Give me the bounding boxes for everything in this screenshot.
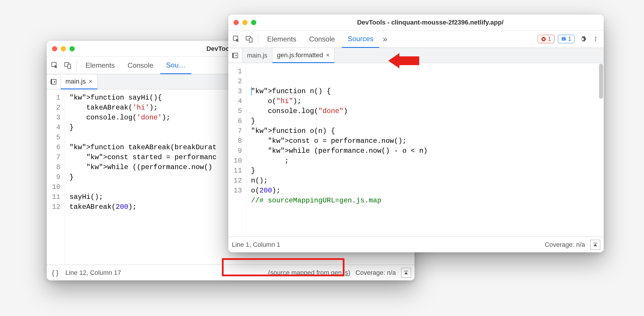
svg-point-11 [595, 40, 596, 41]
coverage-info: Coverage: n/a [545, 241, 585, 249]
file-tab-main-js[interactable]: main.js [242, 48, 272, 63]
tab-console[interactable]: Console [303, 30, 341, 48]
tab-elements[interactable]: Elements [261, 30, 302, 48]
statusbar: Line 1, Column 1 Coverage: n/a [228, 237, 604, 252]
file-tab-label: gen.js:formatted [277, 51, 323, 59]
close-icon[interactable] [234, 20, 239, 25]
coverage-info: Coverage: n/a [356, 269, 396, 277]
svg-rect-12 [233, 53, 238, 58]
cursor-position: Line 1, Column 1 [232, 241, 280, 249]
gutter: 1 2 3 4 5 6 7 8 9 10 11 12 [47, 89, 65, 265]
collapse-pane-icon[interactable] [590, 240, 600, 250]
device-toggle-icon[interactable] [243, 33, 255, 45]
cursor-position: Line 12, Column 17 [65, 269, 121, 277]
file-tab-label: main.js [65, 78, 86, 85]
code-content[interactable]: "kw">function n() { o("hi"); console.log… [246, 63, 604, 237]
traffic-lights [52, 46, 75, 51]
gutter: 1 2 3 4 5 6 7 8 9 10 11 12 13 [228, 63, 246, 237]
toolbar: Elements Console Sources » 1 1 [228, 30, 604, 48]
pretty-print-button[interactable]: { } [50, 268, 60, 278]
device-toggle-icon[interactable] [62, 60, 74, 71]
navigator-toggle-icon[interactable] [47, 75, 61, 89]
svg-rect-2 [68, 64, 71, 68]
inspect-icon[interactable] [231, 33, 242, 45]
titlebar: DevTools - clinquant-mousse-2f2396.netli… [228, 15, 604, 30]
error-badge[interactable]: 1 [538, 35, 554, 43]
issues-badge[interactable]: 1 [558, 35, 575, 43]
scrollbar[interactable] [599, 64, 603, 99]
svg-rect-13 [399, 56, 419, 65]
tab-sources[interactable]: Sou… [160, 57, 192, 74]
traffic-lights [234, 20, 256, 25]
close-tab-icon[interactable]: × [326, 51, 330, 59]
svg-point-9 [595, 37, 596, 38]
minimize-icon[interactable] [242, 20, 248, 25]
navigator-toggle-icon[interactable] [228, 48, 242, 62]
close-tab-icon[interactable]: × [89, 78, 93, 85]
issues-count: 1 [568, 36, 571, 42]
tab-elements[interactable]: Elements [80, 57, 121, 74]
tab-console[interactable]: Console [122, 57, 159, 74]
file-tab-gen-js-formatted[interactable]: gen.js:formatted × [272, 48, 335, 63]
minimize-icon[interactable] [61, 46, 66, 51]
inspect-icon[interactable] [49, 60, 61, 71]
kebab-menu-icon[interactable] [590, 33, 601, 45]
zoom-icon[interactable] [69, 46, 75, 51]
annotation-arrow-icon [388, 49, 420, 72]
close-icon[interactable] [52, 46, 57, 51]
file-tab-main-js[interactable]: main.js × [61, 74, 98, 89]
tab-sources[interactable]: Sources [342, 31, 379, 48]
collapse-pane-icon[interactable] [401, 268, 411, 278]
svg-point-10 [595, 39, 596, 40]
separator [258, 34, 258, 44]
svg-rect-6 [249, 38, 252, 42]
error-count: 1 [548, 36, 551, 42]
window-title: DevTools - clinquant-mousse-2f2396.netli… [262, 19, 598, 26]
zoom-icon[interactable] [251, 20, 256, 25]
separator [76, 60, 77, 71]
more-tabs-icon[interactable]: » [380, 34, 390, 44]
code-editor[interactable]: 1 2 3 4 5 6 7 8 9 10 11 12 13 "kw">funct… [228, 63, 604, 237]
mapped-suffix: ) [348, 269, 350, 276]
svg-rect-3 [51, 79, 56, 84]
annotation-highlight-box [222, 258, 344, 276]
gear-icon[interactable] [577, 33, 589, 45]
file-tab-label: main.js [247, 52, 267, 59]
